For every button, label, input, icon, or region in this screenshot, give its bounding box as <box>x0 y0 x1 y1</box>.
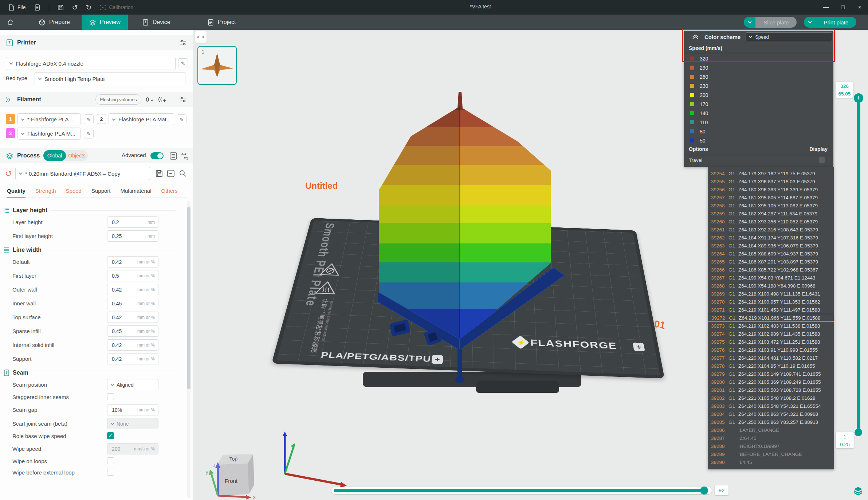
print-plate-button[interactable]: Print plate <box>816 17 856 28</box>
gcode-line[interactable]: 39274 G1 Z64.219 X102.989 Y111.435 E.015… <box>708 330 834 338</box>
filament-1-select[interactable]: * Flashforge PLA ... <box>17 113 80 125</box>
object-name-label[interactable]: Untitled <box>305 181 338 191</box>
printer-edit-button[interactable]: ✎ <box>178 58 188 68</box>
tab-project[interactable]: Project <box>200 15 243 30</box>
gcode-line[interactable]: 39254 G1 Z64.179 X97.162 Y119.75 E.05379 <box>708 169 834 177</box>
seam-gap-input[interactable]: 10% mm or % <box>107 404 158 415</box>
process-tab[interactable]: Quality <box>7 188 25 198</box>
printer-select[interactable]: Flashforge AD5X 0.4 nozzle <box>6 57 176 70</box>
tab-device[interactable]: Device <box>134 15 178 30</box>
gcode-line[interactable]: 39264 G1 Z64.185 X88.609 Y104.937 E.0537… <box>708 250 834 258</box>
gcode-line[interactable]: 39263 G1 Z64.184 X89.936 Y106.079 E.0537… <box>708 242 834 250</box>
collapse-panel-icon[interactable] <box>692 34 699 39</box>
compare-ab-icon[interactable]: AB <box>181 152 189 160</box>
filament-1-color-swatch[interactable]: 1 <box>6 114 15 124</box>
layer-slider-bottom-handle[interactable] <box>855 429 862 436</box>
printer-settings-icon[interactable] <box>179 39 187 47</box>
wipe-speed-input[interactable]: 200 mm/s or % <box>107 443 158 454</box>
gcode-line[interactable]: 39279 G1 Z64.220 X105.149 Y109.741 E.016… <box>708 370 834 378</box>
gcode-line[interactable]: 39260 G1 Z64.183 X93.356 Y110.052 E.0537… <box>708 218 834 226</box>
advanced-toggle[interactable] <box>150 152 164 159</box>
gcode-line[interactable]: 39287 ;Z:64.45 <box>708 434 834 442</box>
parameter-list-icon[interactable] <box>169 152 178 160</box>
gcode-line[interactable]: 39283 G1 Z64.240 X105.548 Y54.321 E1.655… <box>708 402 834 410</box>
process-tab[interactable]: Multimaterial <box>121 188 152 198</box>
recent-files-button[interactable] <box>34 4 41 11</box>
remove-preset-icon[interactable] <box>166 169 175 178</box>
gcode-line[interactable]: 39259 G1 Z64.182 X94.287 Y111.534 E.0537… <box>708 210 834 218</box>
gcode-line[interactable]: 39257 G1 Z64.181 X95.805 Y114.687 E.0537… <box>708 194 834 202</box>
process-tab[interactable]: Strength <box>35 188 56 198</box>
gcode-line[interactable]: 39286 ;LAYER_CHANGE <box>708 426 834 434</box>
process-preset-select[interactable]: * 0.20mm Standard @FF AD5X – Copy <box>15 167 150 180</box>
filament-2-color-swatch[interactable]: 2 <box>97 114 106 124</box>
parameter-input[interactable]: 0.25 mm <box>107 230 158 242</box>
gcode-line[interactable]: 39258 G1 Z64.181 X95.105 Y113.082 E.0537… <box>708 202 834 210</box>
bed-type-select[interactable]: Smooth High Temp Plate <box>35 72 185 85</box>
remove-filament-icon[interactable] <box>146 95 154 104</box>
gcode-line[interactable]: 39272 G1 Z64.219 X101.966 Y111.559 E.015… <box>708 314 834 322</box>
gcode-line[interactable]: 39262 G1 Z64.184 X91.174 Y107.316 E.0537… <box>708 234 834 242</box>
save-preset-icon[interactable] <box>155 169 164 178</box>
print-plate-dropdown[interactable] <box>804 17 816 28</box>
orientation-cube[interactable]: Top Front z y x <box>202 448 257 500</box>
gcode-line[interactable]: 39281 G1 Z64.220 X105.503 Y108.728 E.016… <box>708 386 834 394</box>
reset-preset-icon[interactable]: ↺ <box>5 169 12 179</box>
save-button[interactable] <box>57 4 64 11</box>
gcode-line[interactable]: 39289 ;BEFORE_LAYER_CHANGE <box>708 450 834 458</box>
gcode-line[interactable]: 39275 G1 Z64.219 X103.472 Y111.251 E.015… <box>708 338 834 346</box>
slice-plate-button[interactable]: Slice plate <box>755 17 797 28</box>
gcode-line[interactable]: 39270 G1 Z64.218 X100.957 Y111.353 E.015… <box>708 298 834 306</box>
gcode-line[interactable]: 39285 G1 Z64.250 X105.863 Y83.257 E.8891… <box>708 418 834 426</box>
process-scope-objects[interactable]: Objects <box>66 150 88 161</box>
gcode-line[interactable]: 39280 G1 Z64.220 X105.369 Y109.249 E.016… <box>708 378 834 386</box>
parameter-input[interactable]: 0.42 mm or % <box>107 312 158 323</box>
gcode-line[interactable]: 39276 G1 Z64.219 X103.91 Y110.998 E.0155… <box>708 346 834 354</box>
gcode-viewer[interactable]: 39254 G1 Z64.179 X97.162 Y119.75 E.05379… <box>708 167 834 469</box>
staggered-seams-checkbox[interactable] <box>107 393 114 400</box>
parameter-input[interactable]: 0.5 mm or % <box>107 270 158 281</box>
gcode-line[interactable]: 39282 G1 Z64.221 X105.548 Y108.2 E.01628 <box>708 394 834 402</box>
gcode-line[interactable]: 39288 ;HEIGHT:0.199997 <box>708 442 834 450</box>
parameter-input[interactable]: 0.45 mm or % <box>107 325 158 337</box>
gcode-line[interactable]: 39278 G1 Z64.220 X104.85 Y110.19 E.01655 <box>708 362 834 370</box>
move-slider-track[interactable] <box>331 487 712 494</box>
undo-button[interactable]: ↺ <box>72 4 78 11</box>
sliced-model[interactable] <box>368 86 579 391</box>
tab-home[interactable] <box>1 15 20 30</box>
sidebar-scrollbar-thumb[interactable] <box>187 207 191 389</box>
parameter-input[interactable]: 0.45 mm or % <box>107 298 158 309</box>
gcode-line[interactable]: 39265 G1 Z64.186 X87.201 Y103.897 E.0537… <box>708 258 834 266</box>
gcode-line[interactable]: 39269 G1 Z64.218 X100.498 Y111.135 E1.64… <box>708 290 834 298</box>
gcode-line[interactable]: 39273 G1 Z64.219 X102.483 Y111.538 E.015… <box>708 322 834 330</box>
process-tab[interactable]: Speed <box>66 188 82 198</box>
tab-prepare[interactable]: Prepare <box>31 15 77 30</box>
maximize-button[interactable]: □ <box>834 0 851 15</box>
parameter-input[interactable]: 0.42 mm or % <box>107 284 158 295</box>
gcode-line[interactable]: 39271 G1 Z64.219 X101.453 Y111.497 E.015… <box>708 306 834 314</box>
layer-slider-top-handle[interactable]: + <box>854 93 863 103</box>
move-slider-handle[interactable] <box>700 487 708 495</box>
plate-thumbnail[interactable]: 1 <box>197 46 237 85</box>
filament-3-select[interactable]: Flashforge PLA M... <box>17 128 80 140</box>
filament-2-edit-button[interactable]: ✎ <box>177 114 186 124</box>
sidebar-collapse-button[interactable]: < > <box>195 31 207 43</box>
parameter-input[interactable]: 0.2 mm <box>107 216 158 228</box>
seam-position-select[interactable]: Aligned <box>107 379 158 390</box>
wipe-on-loops-checkbox[interactable] <box>107 457 114 464</box>
gcode-line[interactable]: 39290 ;64.45 <box>708 458 834 466</box>
process-tab[interactable]: Others <box>161 188 178 198</box>
parameter-input[interactable]: 0.42 mm or % <box>107 353 158 364</box>
parameter-input[interactable]: 0.42 mm or % <box>107 256 158 267</box>
gcode-line[interactable]: 39284 G1 Z64.240 X105.863 Y54.321 E.0096… <box>708 410 834 418</box>
close-button[interactable]: × <box>851 0 868 15</box>
gcode-line[interactable]: 39266 G1 Z64.186 X85.722 Y102.968 E.0536… <box>708 266 834 274</box>
add-filament-icon[interactable] <box>158 95 167 104</box>
process-tab[interactable]: Support <box>91 188 111 198</box>
filament-3-color-swatch[interactable]: 3 <box>6 128 15 138</box>
search-preset-icon[interactable] <box>178 169 187 178</box>
filament-2-select[interactable]: Flashforge PLA Mat... <box>109 113 174 125</box>
process-scope-global[interactable]: Global <box>43 150 66 161</box>
gcode-line[interactable]: 39277 G1 Z64.220 X104.481 Y110.582 E.021… <box>708 354 834 362</box>
role-base-wipe-checkbox[interactable]: ✓ <box>107 432 114 439</box>
